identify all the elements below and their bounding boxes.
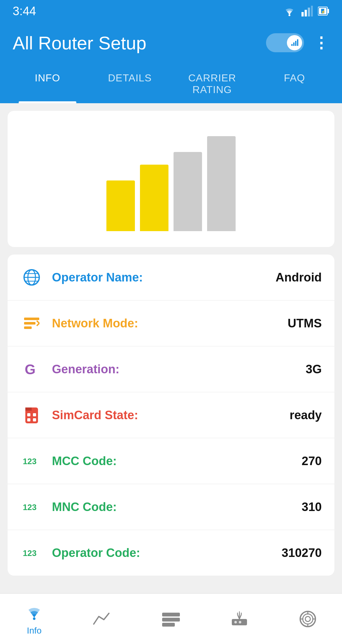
svg-rect-13 [297,39,298,46]
generation-row: G Generation: 3G [8,346,334,392]
svg-rect-35 [162,613,180,616]
wifi-nav-icon [24,602,44,622]
tab-bar: INFO DETAILS CARRIER RATING FAQ [0,63,342,103]
svg-point-39 [234,621,237,623]
bar-2 [140,165,168,231]
svg-text:123: 123 [23,548,36,558]
status-time: 3:44 [13,4,36,18]
generation-value: 3G [306,363,322,376]
nav-item-info[interactable]: Info [6,597,63,641]
mcc-123-icon: 123 [20,450,43,472]
mnc-123-icon: 123 [20,496,43,518]
svg-text:123: 123 [23,502,36,512]
wifi-status-icon [282,6,296,16]
network-mode-row: Network Mode: UTMS [8,300,334,346]
svg-point-40 [239,621,241,623]
operator-123-icon: 123 [20,541,43,564]
bar-3 [174,152,202,231]
operator-code-value: 310270 [282,546,322,560]
signal-status-icon [301,6,313,16]
svg-rect-11 [293,42,294,46]
chart-nav-icon [92,609,113,629]
svg-rect-36 [162,618,180,622]
svg-line-22 [37,321,39,323]
svg-rect-6 [327,9,329,13]
signal-toggle-icon [290,38,299,47]
svg-text:123: 123 [23,457,36,466]
globe-icon [20,266,43,289]
svg-rect-19 [24,318,39,320]
data-toggle[interactable] [266,33,304,52]
sim-icon [20,404,43,426]
mnc-code-row: 123 MNC Code: 310 [8,484,334,530]
svg-point-34 [33,617,35,620]
mcc-code-value: 270 [302,454,322,468]
svg-rect-37 [162,623,175,627]
network-icon [20,312,43,335]
svg-rect-28 [33,413,36,416]
operator-name-value: Android [276,271,322,284]
operator-name-label: Operator Name: [52,271,276,284]
svg-rect-3 [308,8,310,16]
svg-rect-30 [33,418,36,421]
mcc-code-row: 123 MCC Code: 270 [8,438,334,484]
app-bar-actions: ⋮ [266,33,329,52]
target-nav-icon [298,609,318,629]
svg-point-48 [303,614,313,624]
nav-item-target[interactable] [279,604,336,634]
network-mode-value: UTMS [288,317,322,330]
nav-item-chart[interactable] [74,604,131,634]
mnc-code-value: 310 [302,500,322,514]
svg-marker-26 [25,407,32,411]
main-content: Operator Name: Android Network Mode: UTM… [0,103,342,644]
svg-rect-10 [291,44,293,46]
simcard-state-value: ready [290,408,322,422]
app-title: All Router Setup [13,32,146,54]
status-icons: ⚡ [282,6,329,16]
g-icon: G [20,358,43,381]
tab-info[interactable]: INFO [6,63,89,103]
status-bar: 3:44 ⚡ [0,0,342,22]
nav-item-router[interactable] [211,604,268,634]
simcard-state-label: SimCard State: [52,408,290,422]
operator-name-row: Operator Name: Android [8,255,334,300]
bottom-nav: Info [0,593,342,644]
nav-info-label: Info [27,626,42,636]
more-options-icon[interactable]: ⋮ [314,34,329,52]
network-mode-label: Network Mode: [52,317,288,330]
svg-rect-29 [27,418,30,421]
generation-label: Generation: [52,363,306,376]
svg-rect-12 [295,41,296,46]
simcard-state-row: SimCard State: ready [8,392,334,438]
mcc-code-label: MCC Code: [52,454,302,468]
tab-carrier-rating[interactable]: CARRIER RATING [171,63,253,103]
svg-rect-27 [27,413,30,416]
toggle-knob [287,35,302,50]
bar-1 [106,180,135,231]
tab-details[interactable]: DETAILS [89,63,171,103]
svg-rect-20 [24,322,35,325]
mnc-code-label: MNC Code: [52,500,302,514]
operator-code-row: 123 Operator Code: 310270 [8,530,334,576]
svg-rect-21 [24,326,32,329]
operator-code-label: Operator Code: [52,546,282,560]
tab-faq[interactable]: FAQ [253,63,336,103]
bar-4 [207,136,236,231]
svg-text:G: G [25,362,35,377]
svg-point-49 [305,616,310,622]
signal-chart-card [8,111,334,247]
battery-status-icon: ⚡ [318,6,329,16]
info-card: Operator Name: Android Network Mode: UTM… [8,255,334,576]
nav-item-list[interactable] [142,604,200,634]
svg-text:⚡: ⚡ [321,9,326,14]
svg-rect-1 [301,12,304,16]
svg-line-23 [37,323,39,326]
router-nav-icon [229,609,250,629]
svg-rect-2 [305,10,307,16]
list-nav-icon [161,609,181,629]
bar-chart [20,123,322,231]
svg-point-0 [288,14,290,16]
svg-rect-4 [311,6,313,16]
app-bar: All Router Setup ⋮ [0,22,342,63]
